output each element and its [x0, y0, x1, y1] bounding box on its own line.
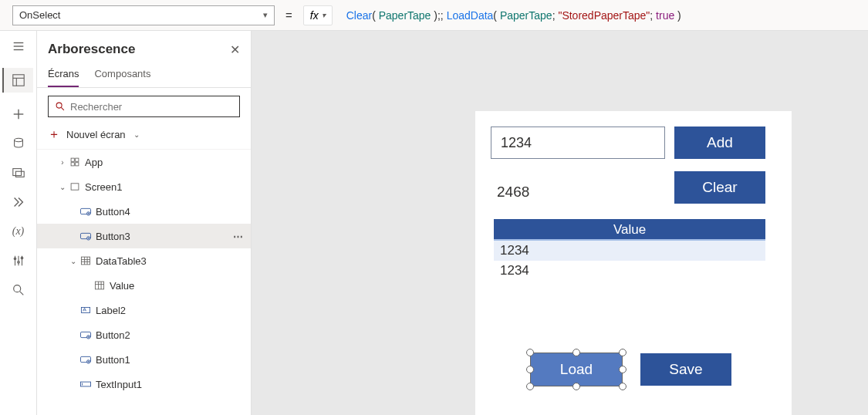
selection-handle[interactable]: [526, 366, 534, 373]
svg-rect-25: [71, 184, 79, 190]
tree-item-app[interactable]: ›App⋯: [37, 150, 251, 174]
input-value: 1234: [501, 135, 532, 151]
tree-item-textinput1[interactable]: TextInput1⋯: [37, 372, 251, 396]
load-button[interactable]: Load: [531, 353, 622, 386]
chevron-down-icon: ⌄: [133, 130, 140, 139]
formula-input[interactable]: Clear( PaperTape );; LoadData( PaperTape…: [340, 9, 860, 22]
table-icon: [79, 255, 93, 266]
hamburger-icon[interactable]: [11, 39, 26, 54]
tree-item-button2[interactable]: Button2⋯: [37, 322, 251, 347]
new-screen-label: Nouvel écran: [66, 129, 126, 140]
tab-components[interactable]: Composants: [94, 63, 150, 87]
app-canvas[interactable]: 1234 Add Clear 2468 Value 1234 1234 Load…: [475, 111, 792, 415]
insert-icon[interactable]: [11, 106, 26, 122]
search-icon: [55, 101, 66, 112]
tree-item-label: Button2: [93, 329, 233, 341]
tree-item-label: TextInput1: [93, 379, 233, 390]
button-icon: [79, 231, 93, 241]
screen-icon: [68, 181, 82, 192]
tree-item-datatable3[interactable]: ⌄DataTable3⋯: [37, 248, 251, 273]
svg-rect-21: [71, 158, 74, 161]
variables-icon[interactable]: (x): [11, 224, 26, 239]
label-icon: [79, 305, 93, 315]
svg-point-17: [13, 285, 20, 292]
sum-label: 2468: [497, 184, 529, 201]
equals-sign: =: [282, 8, 296, 22]
selection-handle[interactable]: [619, 366, 627, 373]
selection-handle[interactable]: [572, 383, 580, 390]
search-icon[interactable]: [11, 282, 26, 298]
tree-item-label: App: [82, 157, 233, 168]
svg-rect-10: [15, 171, 24, 177]
svg-line-20: [61, 107, 64, 110]
tree-view-panel: Arborescence ✕ Écrans Composants ＋ Nouve…: [37, 31, 252, 415]
svg-rect-35: [95, 282, 103, 289]
button-icon: [79, 329, 93, 340]
new-screen-button[interactable]: ＋ Nouvel écran ⌄: [37, 122, 251, 150]
tree-search[interactable]: [48, 96, 240, 117]
selection-handle[interactable]: [526, 349, 534, 356]
tree-view-icon[interactable]: [2, 68, 33, 93]
tree-item-value[interactable]: Value⋯: [37, 273, 251, 298]
formula-bar: OnSelect ▾ = fx ▾ Clear( PaperTape );; L…: [0, 0, 868, 31]
svg-rect-23: [71, 163, 74, 166]
tree-item-label: Button1: [93, 354, 233, 366]
svg-rect-3: [12, 75, 23, 86]
tree-item-label: Button3: [93, 231, 233, 242]
tree-item-button1[interactable]: Button1⋯: [37, 347, 251, 372]
save-button[interactable]: Save: [640, 353, 731, 386]
canvas-area[interactable]: 1234 Add Clear 2468 Value 1234 1234 Load…: [252, 31, 868, 415]
tree-item-button4[interactable]: Button4⋯: [37, 199, 251, 224]
textinput-icon: [79, 379, 93, 390]
svg-rect-22: [76, 158, 79, 161]
tree-item-label: DataTable3: [93, 255, 233, 267]
clear-button[interactable]: Clear: [674, 171, 765, 204]
tree-item-label: Label2: [93, 305, 233, 316]
fx-label: fx: [310, 9, 319, 22]
tree-list: ›App⋯⌄Screen1⋯Button4⋯Button3⋯⌄DataTable…: [37, 150, 251, 415]
selection-handle[interactable]: [619, 383, 627, 390]
data-icon[interactable]: [11, 136, 26, 151]
tree-item-button3[interactable]: Button3⋯: [37, 224, 251, 248]
property-name: OnSelect: [19, 9, 60, 21]
tree-item-label2[interactable]: Label2⋯: [37, 298, 251, 322]
selection-handle[interactable]: [619, 349, 627, 356]
svg-point-19: [56, 103, 62, 108]
advanced-tools-icon[interactable]: [11, 253, 26, 268]
svg-rect-24: [76, 163, 79, 166]
tablecol-icon: [93, 280, 106, 291]
chevron-right-icon[interactable]: ›: [57, 158, 68, 167]
tree-item-label: Value: [106, 280, 233, 292]
plus-icon: ＋: [48, 127, 60, 143]
media-icon[interactable]: [11, 165, 26, 181]
fx-button[interactable]: fx ▾: [303, 5, 333, 25]
chevron-down-icon[interactable]: ⌄: [57, 183, 68, 191]
tab-screens[interactable]: Écrans: [48, 63, 79, 87]
svg-point-8: [14, 138, 22, 142]
app-icon: [68, 157, 82, 167]
add-button[interactable]: Add: [674, 127, 765, 159]
data-table[interactable]: Value 1234 1234: [494, 219, 765, 281]
close-icon[interactable]: ✕: [230, 42, 240, 57]
power-automate-icon[interactable]: [11, 194, 26, 210]
selection-handle[interactable]: [526, 383, 534, 390]
button-icon: [79, 206, 93, 217]
chevron-down-icon: ▾: [263, 10, 268, 20]
tree-item-label: Screen1: [82, 181, 233, 193]
table-row[interactable]: 1234: [494, 241, 765, 261]
svg-rect-30: [81, 257, 90, 265]
selection-handle[interactable]: [572, 349, 580, 356]
panel-title: Arborescence: [48, 42, 135, 57]
property-selector[interactable]: OnSelect ▾: [12, 5, 275, 25]
search-input[interactable]: [70, 101, 233, 113]
svg-rect-9: [12, 169, 21, 176]
table-header[interactable]: Value: [494, 219, 765, 241]
tree-tabs: Écrans Composants: [37, 63, 251, 88]
chevron-down-icon[interactable]: ⌄: [68, 257, 79, 265]
left-rail: (x): [0, 31, 37, 415]
tree-item-screen1[interactable]: ⌄Screen1⋯: [37, 174, 251, 199]
text-input[interactable]: 1234: [491, 127, 665, 159]
tree-item-label: Button4: [93, 206, 233, 218]
more-icon[interactable]: ⋯: [233, 231, 245, 242]
table-row[interactable]: 1234: [494, 261, 765, 281]
